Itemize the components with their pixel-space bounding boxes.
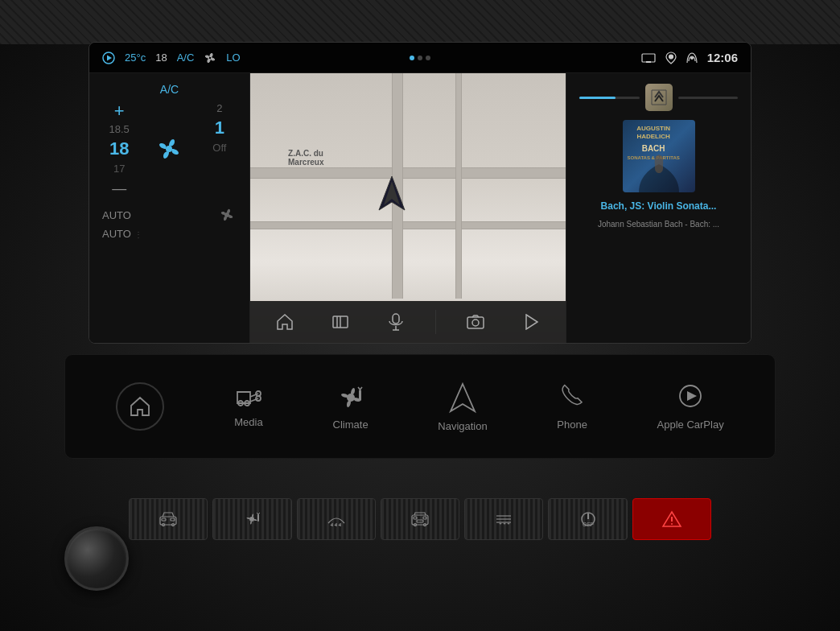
phys-btn-car-front[interactable] (129, 498, 208, 540)
svg-rect-27 (359, 390, 361, 401)
carplay-icon (674, 383, 706, 412)
nav-bottom-bar (250, 301, 566, 343)
nav-item-navigation[interactable]: Navigation (438, 381, 487, 432)
defrost-front-icon (326, 512, 347, 526)
svg-text:OFF: OFF (583, 522, 594, 527)
svg-point-55 (671, 523, 673, 525)
screen-content: A/C + 18.5 18 17 — (89, 73, 751, 343)
music-panel: AUGUSTIN HADELICH BACH SONATAS & PARTITA… (566, 73, 751, 343)
phys-btn-climate[interactable] (212, 498, 291, 540)
phys-btn-hazard[interactable] (632, 498, 711, 540)
phys-btn-defrost-front[interactable] (297, 498, 376, 540)
svg-rect-19 (645, 84, 673, 111)
apple-music-logo (645, 84, 673, 111)
progress-track-left (579, 97, 640, 99)
nav-camera-btn[interactable] (459, 306, 492, 338)
svg-marker-1 (107, 55, 112, 60)
status-time: 12:06 (707, 51, 738, 64)
fan-speed-column: 2 1 Off (198, 102, 241, 196)
map-road-horizontal-2 (250, 221, 566, 229)
nav-play-btn[interactable] (515, 306, 547, 338)
temp-high: 18.5 (109, 123, 130, 135)
status-location-icon (665, 52, 677, 64)
media-label: Media (234, 416, 262, 428)
phone-icon (559, 383, 585, 412)
off-icon: OFF (579, 510, 597, 528)
map-road-horizontal-1 (250, 167, 566, 179)
music-progress-bar (576, 83, 741, 112)
music-title: Bach, JS: Violin Sonata... (601, 200, 717, 212)
svg-rect-37 (257, 514, 259, 522)
svg-point-26 (347, 394, 355, 402)
phys-btn-defrost-rear[interactable] (464, 498, 543, 540)
nav-panel: Z.A.C. du Marcreux (250, 73, 566, 343)
status-signal-icon (686, 52, 698, 64)
fan-main-icon (153, 133, 185, 165)
svg-rect-3 (642, 54, 655, 62)
svg-point-36 (249, 517, 254, 522)
status-temp: 25°c (125, 52, 146, 64)
album-art: AUGUSTIN HADELICH BACH SONATAS & PARTITA… (623, 120, 695, 192)
dot-1 (410, 56, 414, 60)
svg-point-17 (472, 320, 479, 326)
dot-2 (418, 56, 422, 60)
nav-home-btn[interactable] (269, 306, 301, 338)
status-ac: A/C (177, 52, 195, 64)
temp-decrease-btn[interactable]: — (112, 181, 126, 196)
auto-text: AUTO (102, 228, 131, 240)
fan-speed-current: 1 (215, 118, 224, 138)
phone-label: Phone (557, 419, 587, 431)
ac-controls: + 18.5 18 17 — (89, 102, 249, 196)
status-carplay-icon (641, 52, 656, 64)
nav-arrow-container (377, 175, 406, 215)
phys-btn-off[interactable]: OFF (548, 498, 627, 540)
svg-rect-46 (417, 520, 423, 522)
temp-increase-btn[interactable]: + (114, 102, 125, 120)
progress-fill-left (579, 97, 616, 99)
nav-item-phone[interactable]: Phone (557, 383, 587, 431)
fan-mode-icon[interactable] (217, 205, 237, 225)
dot-3 (426, 56, 430, 60)
home-icon (129, 395, 151, 418)
nav-directions-btn[interactable] (324, 306, 356, 338)
svg-rect-16 (467, 317, 484, 328)
ac-title: A/C (160, 83, 179, 96)
climate-phys-icon (243, 510, 261, 528)
auto-label-area: AUTO ⋮ (89, 226, 249, 241)
home-button[interactable] (116, 382, 164, 431)
phys-btn-car-rear[interactable] (381, 498, 459, 540)
music-artist: Johann Sebastian Bach - Bach: ... (598, 220, 719, 229)
nav-mic-btn[interactable] (380, 306, 412, 338)
climate-label: Climate (333, 419, 369, 431)
defrost-rear-icon (493, 512, 514, 526)
rotary-knob[interactable] (64, 526, 129, 591)
navigation-icon (448, 381, 477, 414)
svg-marker-28 (451, 384, 475, 411)
nav-item-carplay[interactable]: Apple CarPlay (657, 383, 724, 431)
status-fan-speed: 18 (155, 52, 167, 64)
nav-item-media[interactable]: Media (234, 386, 263, 428)
progress-track-right (678, 97, 739, 99)
navigation-label: Navigation (438, 420, 487, 432)
auto-btn[interactable]: AUTO (102, 209, 131, 221)
status-fan-mode: LO (226, 52, 240, 64)
status-dots (410, 56, 430, 60)
temp-column: + 18.5 18 17 — (97, 102, 141, 196)
svg-point-6 (166, 146, 172, 152)
map-road-vertical-2 (455, 73, 462, 299)
carplay-label: Apple CarPlay (657, 419, 724, 431)
fan-column (147, 102, 191, 196)
hazard-icon (661, 509, 682, 529)
status-fan-icon (204, 52, 216, 64)
map-label-1: Z.A.C. du Marcreux (288, 149, 323, 167)
svg-rect-13 (393, 314, 399, 324)
status-bar: 25°c 18 A/C LO (89, 43, 751, 73)
svg-marker-18 (526, 315, 537, 329)
climate-icon (336, 383, 365, 412)
car-rear-icon (410, 512, 430, 526)
album-silhouette (623, 152, 695, 192)
nav-item-climate[interactable]: Climate (333, 383, 369, 431)
svg-rect-33 (171, 518, 175, 521)
carbon-texture-top (0, 0, 840, 44)
fan-speed-low: Off (212, 142, 226, 154)
